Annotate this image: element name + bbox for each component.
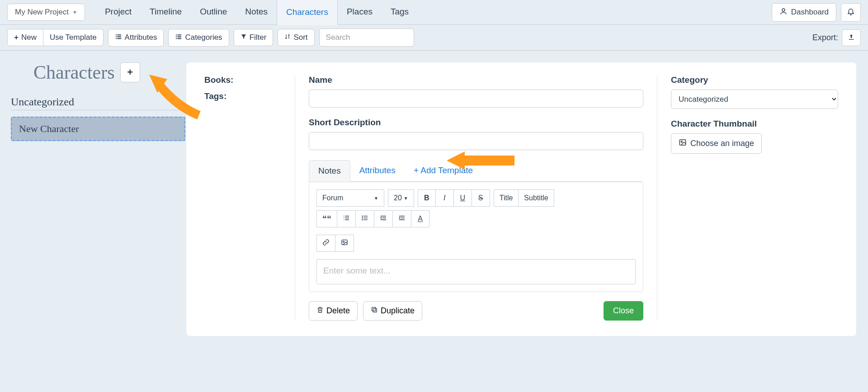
toolbar: + New Use Template Attributes Categories…: [0, 25, 868, 51]
editor-textarea[interactable]: Enter some text...: [316, 259, 636, 284]
image-button[interactable]: [335, 235, 354, 252]
strike-button[interactable]: S: [472, 189, 490, 207]
detail-panel: Books: Tags: Name Short Description Note…: [186, 62, 856, 336]
svg-rect-8: [178, 34, 182, 35]
bold-button[interactable]: B: [418, 189, 436, 207]
use-template-label: Use Template: [50, 33, 97, 42]
strike-icon: S: [478, 194, 483, 202]
title-style-button[interactable]: Title: [494, 189, 519, 207]
svg-rect-13: [849, 39, 854, 39]
nav-tab-project[interactable]: Project: [96, 0, 141, 25]
svg-rect-12: [178, 38, 182, 39]
duplicate-button[interactable]: Duplicate: [363, 301, 422, 321]
nav-tab-tags[interactable]: Tags: [382, 0, 418, 25]
underline-button[interactable]: U: [454, 189, 472, 207]
name-label: Name: [309, 75, 643, 85]
plus-icon: +: [14, 33, 19, 42]
new-button[interactable]: + New: [7, 29, 43, 46]
outdent-button[interactable]: [374, 210, 393, 227]
text-color-button[interactable]: A: [411, 210, 429, 227]
notifications-button[interactable]: [841, 3, 861, 22]
svg-rect-22: [373, 308, 377, 312]
tags-label: Tags:: [204, 91, 295, 101]
indent-icon: [398, 214, 406, 223]
nav-tab-places[interactable]: Places: [338, 0, 382, 25]
nav-tab-outline[interactable]: Outline: [191, 0, 236, 25]
editor: Forum ▼ 20 ▼ B I U S: [309, 182, 643, 292]
svg-point-18: [362, 219, 363, 221]
link-icon: [322, 239, 330, 248]
short-desc-input[interactable]: [309, 132, 643, 150]
bell-icon: [847, 9, 855, 17]
project-dropdown[interactable]: My New Project ▼: [7, 4, 85, 21]
font-name: Forum: [322, 194, 343, 202]
italic-icon: I: [443, 194, 445, 202]
export-icon: [848, 35, 855, 42]
dashboard-button[interactable]: Dashboard: [772, 3, 836, 22]
short-desc-label: Short Description: [309, 118, 643, 128]
font-size-select[interactable]: 20 ▼: [388, 189, 414, 207]
filter-label: Filter: [250, 33, 267, 42]
duplicate-label: Duplicate: [381, 306, 415, 316]
subtitle-style-button[interactable]: Subtitle: [519, 189, 554, 207]
link-button[interactable]: [316, 235, 335, 252]
outdent-icon: [380, 214, 387, 223]
category-label: Category: [671, 75, 838, 85]
sidebar: Characters + Uncategorized New Character: [0, 51, 185, 348]
name-input[interactable]: [309, 90, 643, 108]
search-input[interactable]: [319, 28, 414, 47]
unordered-list-button[interactable]: [356, 210, 374, 227]
choose-image-button[interactable]: Choose an image: [671, 133, 762, 154]
ordered-list-icon: [343, 214, 350, 223]
bullet-list-icon: [361, 214, 368, 223]
tab-notes[interactable]: Notes: [309, 160, 350, 182]
category-column: Category Uncategorized Character Thumbna…: [657, 75, 838, 321]
attributes-button[interactable]: Attributes: [108, 29, 164, 47]
filter-button[interactable]: Filter: [234, 29, 274, 46]
italic-button[interactable]: I: [436, 189, 454, 207]
nav-tab-notes[interactable]: Notes: [236, 0, 277, 25]
quote-button[interactable]: ““: [316, 210, 337, 227]
svg-rect-2: [117, 34, 121, 35]
sort-button[interactable]: Sort: [278, 29, 314, 46]
export-button[interactable]: [842, 29, 861, 46]
image-icon: [679, 138, 687, 149]
character-list-item[interactable]: New Character: [11, 117, 185, 141]
detail-tabs: Notes Attributes + Add Template: [309, 160, 643, 182]
text-color-icon: A: [418, 215, 423, 223]
editor-placeholder: Enter some text...: [323, 266, 391, 275]
category-select[interactable]: Uncategorized: [671, 90, 838, 109]
ordered-list-button[interactable]: [337, 210, 356, 227]
indent-button[interactable]: [393, 210, 411, 227]
meta-column: Books: Tags:: [204, 75, 295, 321]
books-label: Books:: [204, 75, 295, 85]
filter-icon: [241, 33, 247, 42]
tab-attributes[interactable]: Attributes: [350, 160, 405, 181]
svg-rect-19: [363, 219, 368, 220]
use-template-button[interactable]: Use Template: [43, 29, 104, 46]
sort-label: Sort: [293, 33, 307, 42]
delete-button[interactable]: Delete: [309, 301, 358, 321]
svg-rect-23: [372, 307, 376, 311]
nav-tab-characters[interactable]: Characters: [277, 0, 338, 25]
user-icon: [779, 7, 788, 18]
font-select[interactable]: Forum ▼: [316, 189, 384, 207]
delete-label: Delete: [326, 306, 350, 316]
svg-point-25: [681, 141, 682, 142]
categories-button[interactable]: Categories: [168, 29, 229, 47]
nav-tab-timeline[interactable]: Timeline: [141, 0, 191, 25]
duplicate-icon: [371, 306, 378, 316]
image-icon: [341, 239, 348, 248]
plus-icon: +: [127, 66, 133, 78]
add-character-button[interactable]: +: [120, 62, 140, 82]
nav-tabs: ProjectTimelineOutlineNotesCharactersPla…: [96, 0, 418, 25]
close-button[interactable]: Close: [604, 301, 643, 321]
list-icon: [175, 33, 182, 43]
svg-point-0: [782, 9, 785, 11]
project-name: My New Project: [15, 8, 69, 17]
choose-image-label: Choose an image: [690, 139, 754, 148]
tab-add-template[interactable]: + Add Template: [405, 160, 482, 181]
svg-rect-1: [116, 34, 117, 35]
top-bar: My New Project ▼ ProjectTimelineOutlineN…: [0, 0, 868, 25]
svg-rect-7: [176, 34, 177, 35]
